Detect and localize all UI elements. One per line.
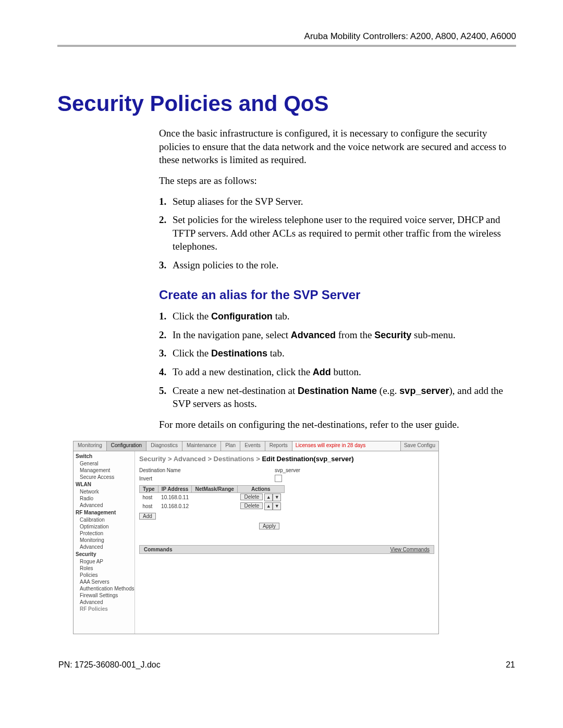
sidebar-item-rogue-ap[interactable]: Rogue AP <box>74 558 134 565</box>
col-ip: IP Address <box>158 485 192 492</box>
page-footer: PN: 1725-36080-001_J.doc 21 <box>57 660 516 670</box>
col-type: Type <box>140 485 158 492</box>
tab-configuration[interactable]: Configuration <box>107 441 146 451</box>
step-text: Assign policies to the role. <box>173 258 516 272</box>
sidebar-item-calibration[interactable]: Calibration <box>74 516 134 523</box>
sidebar: Switch General Management Secure Access … <box>74 451 135 634</box>
apply-button[interactable]: Apply <box>259 523 279 529</box>
sidebar-item-management[interactable]: Management <box>74 467 134 474</box>
cell-ip: 10.168.0.12 <box>158 502 192 511</box>
part-number: PN: 1725-36080-001_J.doc <box>58 660 161 670</box>
col-actions: Actions <box>237 485 284 492</box>
tab-reports[interactable]: Reports <box>265 441 292 451</box>
step-text: To add a new destination, click the Add … <box>173 365 516 379</box>
step-number: 3. <box>159 347 173 360</box>
step-text: Setup aliases for the SVP Server. <box>173 195 516 208</box>
sidebar-item-advanced-wlan[interactable]: Advanced <box>74 502 134 509</box>
step-text: Create a new net-destination at Destinat… <box>173 384 516 411</box>
step-number: 2. <box>159 328 173 342</box>
sidebar-item-secure-access[interactable]: Secure Access <box>74 474 134 480</box>
table-row: host 10.168.0.12 Delete ▲▼ <box>140 502 285 511</box>
dest-name-label: Destination Name <box>139 467 275 473</box>
sidebar-item-radio[interactable]: Radio <box>74 495 134 502</box>
commands-label: Commands <box>144 547 172 552</box>
step-number: 2. <box>159 213 173 253</box>
steps-lead: The steps are as follows: <box>159 174 516 188</box>
license-warning: Licenses will expire in 28 days <box>292 441 401 451</box>
embedded-screenshot: Monitoring Configuration Diagnostics Mai… <box>73 441 439 634</box>
step-text: Click the Destinations tab. <box>173 347 516 360</box>
sidebar-item-general[interactable]: General <box>74 460 134 467</box>
tab-events[interactable]: Events <box>240 441 265 451</box>
table-row: host 10.168.0.11 Delete ▲▼ <box>140 492 285 502</box>
sidebar-head-security: Security <box>74 550 134 558</box>
sidebar-head-switch: Switch <box>74 452 134 460</box>
step-number: 1. <box>159 310 173 323</box>
sidebar-item-rf-policies[interactable]: RF Policies <box>74 606 134 611</box>
step-number: 5. <box>159 384 173 411</box>
main-steps-list: 1.Setup aliases for the SVP Server. 2.Se… <box>159 195 516 272</box>
cell-ip: 10.168.0.11 <box>158 492 192 502</box>
sidebar-item-policies[interactable]: Policies <box>74 572 134 578</box>
step-text: In the navigation pane, select Advanced … <box>173 328 516 342</box>
sidebar-item-protection[interactable]: Protection <box>74 530 134 537</box>
sidebar-item-monitoring[interactable]: Monitoring <box>74 537 134 544</box>
move-up-icon[interactable]: ▲ <box>264 493 273 501</box>
sidebar-item-roles[interactable]: Roles <box>74 565 134 572</box>
commands-bar: Commands View Commands <box>139 545 434 554</box>
sidebar-item-optimization[interactable]: Optimization <box>74 523 134 530</box>
invert-label: Invert <box>139 476 275 482</box>
step-number: 4. <box>159 365 173 379</box>
sidebar-item-firewall[interactable]: Firewall Settings <box>74 592 134 599</box>
breadcrumb: Security > Advanced > Destinations > Edi… <box>139 453 434 466</box>
sidebar-head-wlan: WLAN <box>74 480 134 488</box>
col-mask: NetMask/Range <box>192 485 237 492</box>
step-number: 1. <box>159 195 173 208</box>
sidebar-item-network[interactable]: Network <box>74 488 134 495</box>
cell-type: host <box>140 492 158 502</box>
sidebar-item-advanced-rf[interactable]: Advanced <box>74 544 134 550</box>
intro-paragraph: Once the basic infrastructure is configu… <box>159 127 516 167</box>
step-text: Set policies for the wireless telephone … <box>173 213 516 253</box>
step-text: Click the Configuration tab. <box>173 310 516 323</box>
save-config-button[interactable]: Save Configu <box>401 441 438 451</box>
tab-monitoring[interactable]: Monitoring <box>74 441 107 451</box>
page-title: Security Policies and QoS <box>57 91 516 116</box>
move-down-icon[interactable]: ▼ <box>273 493 281 501</box>
cell-type: host <box>140 502 158 511</box>
sidebar-item-auth-methods[interactable]: Authentication Methods <box>74 585 134 592</box>
sub-heading: Create an alias for the SVP Server <box>159 287 516 303</box>
view-commands-link[interactable]: View Commands <box>390 547 430 552</box>
sub-steps-list: 1.Click the Configuration tab. 2.In the … <box>159 310 516 411</box>
header-right-text: Aruba Mobility Controllers: A200, A800, … <box>57 31 516 42</box>
sidebar-head-rf: RF Management <box>74 509 134 516</box>
top-tabs: Monitoring Configuration Diagnostics Mai… <box>74 441 438 451</box>
invert-checkbox[interactable] <box>275 475 282 482</box>
document-header: Aruba Mobility Controllers: A200, A800, … <box>57 31 516 47</box>
sidebar-item-advanced-sec[interactable]: Advanced <box>74 599 134 606</box>
cell-mask <box>192 492 237 502</box>
delete-button[interactable]: Delete <box>240 493 263 500</box>
add-button[interactable]: Add <box>139 513 156 520</box>
tab-diagnostics[interactable]: Diagnostics <box>146 441 182 451</box>
destinations-table: Type IP Address NetMask/Range Actions ho… <box>139 485 285 511</box>
move-down-icon[interactable]: ▼ <box>273 502 281 510</box>
delete-button[interactable]: Delete <box>240 502 263 509</box>
sidebar-item-aaa-servers[interactable]: AAA Servers <box>74 578 134 585</box>
dest-name-value: svp_server <box>275 467 300 473</box>
tab-maintenance[interactable]: Maintenance <box>182 441 221 451</box>
main-panel: Security > Advanced > Destinations > Edi… <box>135 451 438 634</box>
cell-mask <box>192 502 237 511</box>
closing-paragraph: For more details on configuring the net-… <box>159 418 516 431</box>
move-up-icon[interactable]: ▲ <box>264 502 273 510</box>
tab-plan[interactable]: Plan <box>221 441 240 451</box>
step-number: 3. <box>159 258 173 272</box>
page-number: 21 <box>506 660 515 670</box>
